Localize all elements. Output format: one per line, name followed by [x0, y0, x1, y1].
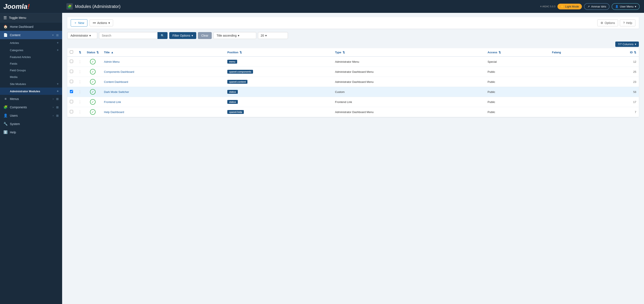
id-cell: 7: [599, 107, 639, 117]
subnav-administrator-modules[interactable]: Administrator Modules +: [0, 88, 62, 95]
page-title: Modules (Administrator): [75, 4, 120, 9]
sidebar-item-menus[interactable]: ≡ Menus › ⊞: [0, 95, 62, 103]
table-header: ⇅ Status ⇅ Title ▲ Position ⇅: [67, 48, 639, 56]
row-checkbox[interactable]: [70, 90, 73, 93]
columns-button[interactable]: 7/7 Columns ▾: [615, 41, 639, 47]
row-checkbox[interactable]: [70, 60, 73, 63]
drag-handle[interactable]: ⋮: [76, 56, 84, 67]
plus-icon: ＋: [74, 21, 77, 25]
table-row: ⋮ ✓ Content Dashboard cpanel-content Adm…: [67, 77, 639, 87]
title-link[interactable]: Frontend Link: [104, 100, 121, 104]
sidebar-item-home-dashboard[interactable]: 🏠 Home Dashboard: [0, 22, 62, 31]
title-cell: Components Dashboard: [101, 67, 225, 77]
light-mode-button[interactable]: ☀️ Light Mode: [558, 4, 582, 9]
per-page-dropdown[interactable]: 20 ▾: [258, 32, 288, 39]
position-cell: status: [225, 87, 332, 97]
type-cell: Custom: [332, 87, 485, 97]
client-dropdown[interactable]: Administrator ▾: [67, 32, 97, 39]
subnav-field-groups[interactable]: Field Groups: [0, 67, 62, 74]
sidebar-item-help[interactable]: ℹ️ Help: [0, 128, 62, 136]
sidebar-item-content[interactable]: 📄 Content ▾ ⊞: [0, 31, 62, 39]
row-checkbox-cell: [67, 107, 76, 117]
status-icon[interactable]: ✓: [90, 59, 96, 64]
id-header[interactable]: ID ⇅: [599, 48, 639, 56]
sun-icon: ☀️: [560, 5, 564, 8]
user-circle-icon: 👤: [615, 5, 618, 8]
chevron-right-icon: ›: [53, 114, 54, 117]
help-button[interactable]: ? Help: [620, 19, 636, 26]
subnav-featured-articles[interactable]: Featured Articles: [0, 54, 62, 60]
subnav-media[interactable]: Media: [0, 74, 62, 80]
status-icon[interactable]: ✓: [90, 99, 96, 105]
drag-handle[interactable]: ⋮: [76, 107, 84, 117]
status-icon[interactable]: ✓: [90, 109, 96, 115]
help-icon: ℹ️: [4, 130, 8, 134]
status-icon[interactable]: ✓: [90, 79, 96, 85]
sidebar-item-components[interactable]: 🧩 Components › ⊞: [0, 103, 62, 111]
sort-dropdown[interactable]: Title ascending ▾: [214, 32, 256, 39]
type-header[interactable]: Type ⇅: [332, 48, 485, 56]
sort-icon: ⇅: [634, 51, 636, 54]
title-link[interactable]: Help Dashboard: [104, 110, 124, 114]
filter-options-button[interactable]: Filter Options ▾: [169, 32, 196, 39]
access-header-label: Access: [488, 51, 498, 54]
actions-button[interactable]: ••• Actions ▾: [90, 19, 113, 26]
subnav-label: Featured Articles: [10, 55, 31, 59]
title-header[interactable]: Title ▲: [101, 48, 225, 56]
status-header[interactable]: Status ⇅: [84, 48, 101, 56]
clear-button[interactable]: Clear: [198, 32, 212, 39]
status-icon[interactable]: ✓: [90, 69, 96, 74]
app-logo: Joomla!: [0, 0, 62, 13]
title-link[interactable]: Components Dashboard: [104, 70, 134, 73]
title-link[interactable]: Content Dashboard: [104, 80, 128, 83]
user-name-button[interactable]: ↗ Ammar Idris: [584, 3, 610, 10]
subnav-label: Fields: [10, 62, 17, 65]
falang-header: Falang: [550, 48, 599, 56]
subnav-fields[interactable]: Fields: [0, 60, 62, 67]
new-button[interactable]: ＋ New: [71, 19, 88, 26]
title-link[interactable]: Admin Menu: [104, 60, 120, 63]
id-cell: 17: [599, 97, 639, 107]
menus-icon: ≡: [4, 97, 8, 101]
access-cell: Public: [485, 87, 550, 97]
type-cell: Administrator Dashboard Menu: [332, 67, 485, 77]
subnav-categories[interactable]: Categories +: [0, 46, 62, 54]
drag-handle[interactable]: ⋮: [76, 67, 84, 77]
toggle-menu-label: Toggle Menu: [9, 16, 26, 19]
sidebar-item-system[interactable]: 🔧 System: [0, 120, 62, 128]
chevron-down-icon: ▾: [52, 34, 54, 37]
status-header-label: Status: [87, 51, 96, 54]
drag-handle[interactable]: ⋮: [76, 77, 84, 87]
position-header[interactable]: Position ⇅: [225, 48, 332, 56]
toggle-menu[interactable]: ☰ Toggle Menu: [0, 13, 62, 22]
row-checkbox[interactable]: [70, 80, 73, 83]
title-cell: Admin Menu: [101, 56, 225, 67]
access-cell: Public: [485, 107, 550, 117]
order-header[interactable]: ⇅: [76, 48, 84, 56]
search-input[interactable]: [99, 32, 158, 39]
subnav-site-modules[interactable]: Site Modules +: [0, 80, 62, 88]
sidebar-item-users[interactable]: 👤 Users › ⊞: [0, 111, 62, 120]
grid-icon: ⊞: [56, 97, 59, 101]
access-header[interactable]: Access ⇅: [485, 48, 550, 56]
id-cell: 23: [599, 77, 639, 87]
subnav-articles[interactable]: Articles +: [0, 39, 62, 46]
drag-handle[interactable]: ⋮: [76, 87, 84, 97]
row-checkbox[interactable]: [70, 70, 73, 73]
users-icon: 👤: [4, 113, 8, 118]
grid-icon: ⊞: [56, 106, 59, 109]
user-menu-button[interactable]: 👤 User Menu ▾: [612, 3, 640, 10]
id-cell: 25: [599, 67, 639, 77]
search-button[interactable]: 🔍: [158, 32, 168, 39]
row-checkbox[interactable]: [70, 100, 73, 103]
select-all-checkbox[interactable]: [70, 50, 73, 53]
status-icon[interactable]: ✓: [90, 89, 96, 95]
options-button[interactable]: ⚙ Options: [597, 19, 618, 26]
per-page-value: 20: [261, 34, 264, 37]
chevron-down-icon: ▾: [635, 5, 636, 8]
row-checkbox[interactable]: [70, 110, 73, 113]
title-header-label: Title: [104, 51, 110, 54]
table-body: ⋮ ✓ Admin Menu menu Administrator Menu S…: [67, 56, 639, 117]
title-link[interactable]: Dark Mode Switcher: [104, 90, 129, 94]
drag-handle[interactable]: ⋮: [76, 97, 84, 107]
